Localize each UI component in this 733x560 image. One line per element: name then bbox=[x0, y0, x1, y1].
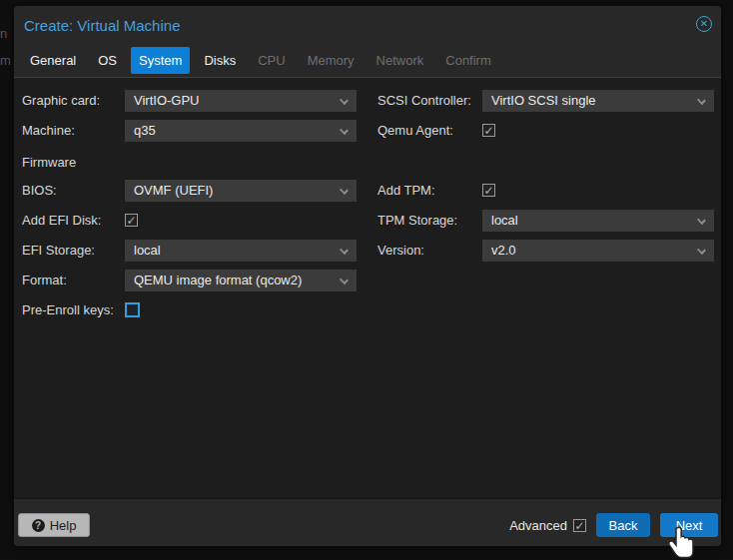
tab-bar: General OS System Disks CPU Memory Netwo… bbox=[22, 47, 499, 74]
form-panel: Graphic card: VirtIO-GPU Machine: q35 Fi… bbox=[14, 77, 721, 499]
scsi-controller-label: SCSI Controller: bbox=[377, 90, 471, 112]
firmware-section-label: Firmware bbox=[22, 152, 76, 174]
scsi-controller-value: VirtIO SCSI single bbox=[482, 90, 714, 112]
format-label: Format: bbox=[22, 270, 67, 291]
qemu-agent-label: Qemu Agent: bbox=[377, 120, 453, 142]
question-icon bbox=[32, 519, 45, 532]
tab-confirm: Confirm bbox=[437, 47, 499, 74]
bios-label: BIOS: bbox=[22, 180, 57, 202]
pre-enroll-keys-checkbox[interactable] bbox=[125, 302, 140, 317]
help-button[interactable]: Help bbox=[18, 513, 90, 537]
graphic-card-select[interactable]: VirtIO-GPU bbox=[125, 90, 357, 112]
scsi-controller-select[interactable]: VirtIO SCSI single bbox=[482, 90, 714, 112]
tpm-storage-select[interactable]: local bbox=[482, 210, 714, 232]
bios-value: OVMF (UEFI) bbox=[125, 180, 357, 202]
advanced-checkbox[interactable] bbox=[573, 519, 586, 532]
next-button[interactable]: Next bbox=[660, 513, 718, 537]
add-tpm-checkbox[interactable] bbox=[482, 184, 495, 197]
tab-disks[interactable]: Disks bbox=[196, 47, 244, 74]
footer-actions: Advanced Back Next bbox=[509, 513, 718, 537]
tab-network: Network bbox=[368, 47, 432, 74]
help-label: Help bbox=[50, 518, 77, 533]
close-icon[interactable] bbox=[696, 16, 712, 32]
format-select[interactable]: QEMU image format (qcow2) bbox=[125, 270, 357, 291]
tpm-version-select[interactable]: v2.0 bbox=[482, 240, 714, 262]
tab-memory: Memory bbox=[300, 47, 363, 74]
tpm-version-label: Version: bbox=[377, 240, 424, 262]
add-tpm-label: Add TPM: bbox=[377, 180, 435, 202]
back-button[interactable]: Back bbox=[596, 513, 650, 537]
tpm-version-value: v2.0 bbox=[482, 240, 714, 262]
machine-select[interactable]: q35 bbox=[125, 120, 357, 142]
graphic-card-value: VirtIO-GPU bbox=[125, 90, 357, 112]
machine-label: Machine: bbox=[22, 120, 75, 142]
background-text-fragment: m bbox=[0, 53, 11, 68]
qemu-agent-checkbox[interactable] bbox=[482, 124, 495, 137]
pre-enroll-keys-label: Pre-Enroll keys: bbox=[22, 299, 114, 321]
dialog-title: Create: Virtual Machine bbox=[24, 17, 180, 34]
tab-system[interactable]: System bbox=[131, 47, 190, 74]
tab-os[interactable]: OS bbox=[90, 47, 125, 74]
tab-cpu: CPU bbox=[250, 47, 293, 74]
efi-storage-label: EFI Storage: bbox=[22, 240, 95, 262]
screen-backdrop: { "window": { "title": "Create: Virtual … bbox=[0, 0, 733, 560]
tab-general[interactable]: General bbox=[22, 47, 84, 74]
create-vm-dialog: Create: Virtual Machine General OS Syste… bbox=[14, 6, 721, 546]
efi-storage-select[interactable]: local bbox=[125, 240, 357, 262]
add-efi-disk-checkbox[interactable] bbox=[125, 214, 138, 227]
dialog-footer: Help Advanced Back Next bbox=[14, 504, 721, 546]
add-efi-disk-label: Add EFI Disk: bbox=[22, 210, 101, 232]
background-text-fragment: n bbox=[0, 26, 7, 41]
efi-storage-value: local bbox=[125, 240, 357, 262]
bios-select[interactable]: OVMF (UEFI) bbox=[125, 180, 357, 202]
graphic-card-label: Graphic card: bbox=[22, 90, 100, 112]
tpm-storage-value: local bbox=[482, 210, 714, 232]
machine-value: q35 bbox=[125, 120, 357, 142]
advanced-label: Advanced bbox=[509, 518, 567, 533]
format-value: QEMU image format (qcow2) bbox=[125, 270, 357, 291]
tpm-storage-label: TPM Storage: bbox=[377, 210, 457, 232]
